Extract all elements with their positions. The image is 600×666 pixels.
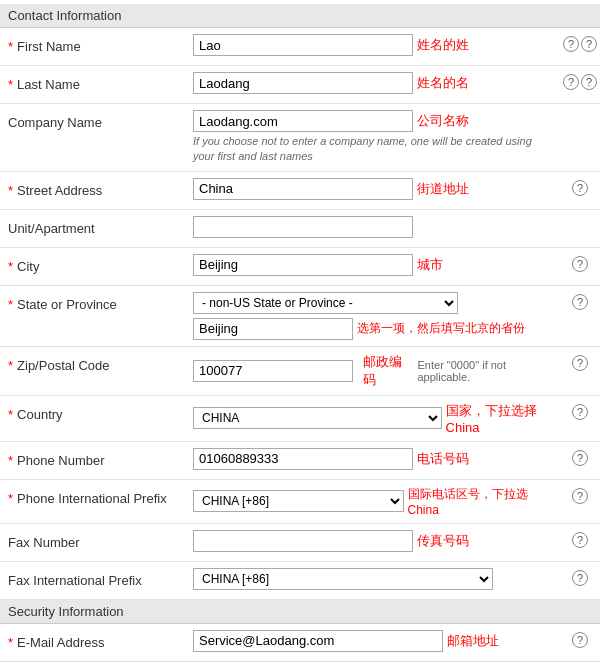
fax-row: Fax Number 传真号码 ?: [0, 524, 600, 562]
street-address-label: Street Address: [17, 183, 102, 198]
street-help-icon[interactable]: ?: [572, 180, 588, 196]
street-address-annotation: 街道地址: [417, 180, 469, 198]
first-name-input[interactable]: [193, 34, 413, 56]
phone-prefix-row: * Phone International Prefix CHINA [+86]…: [0, 480, 600, 524]
first-name-required: *: [8, 39, 13, 54]
first-name-input-cell: 姓名的姓: [185, 28, 560, 62]
email-label-cell: * E-Mail Address: [0, 624, 185, 658]
security-section-header: Security Information: [0, 600, 600, 624]
city-row: * City 城市 ?: [0, 248, 600, 286]
company-name-input[interactable]: [193, 110, 413, 132]
unit-input-cell: [185, 210, 560, 244]
phone-prefix-select[interactable]: CHINA [+86]: [193, 490, 404, 512]
phone-required: *: [8, 453, 13, 468]
phone-prefix-annotation: 国际电话区号，下拉选China: [408, 486, 553, 517]
phone-label: Phone Number: [17, 453, 104, 468]
fax-label-cell: Fax Number: [0, 524, 185, 558]
email-label: E-Mail Address: [17, 635, 104, 650]
last-name-help-icon[interactable]: ?: [563, 74, 579, 90]
fax-prefix-help-cell: ?: [560, 562, 600, 586]
phone-prefix-input-cell: CHINA [+86] 国际电话区号，下拉选China: [185, 480, 560, 523]
city-annotation: 城市: [417, 256, 443, 274]
fax-prefix-label-cell: Fax International Prefix: [0, 562, 185, 596]
unit-label-cell: Unit/Apartment: [0, 210, 185, 244]
state-required: *: [8, 297, 13, 312]
last-name-annotation: 姓名的名: [417, 74, 469, 92]
country-required: *: [8, 407, 13, 422]
form-container: Contact Information * First Name 姓名的姓 ? …: [0, 0, 600, 666]
city-label: City: [17, 259, 39, 274]
street-address-input-cell: 街道地址: [185, 172, 560, 206]
last-name-required: *: [8, 77, 13, 92]
country-label-cell: * Country: [0, 396, 185, 430]
state-label-cell: * State or Province: [0, 286, 185, 320]
last-name-label-cell: * Last Name: [0, 66, 185, 100]
phone-prefix-label-cell: * Phone International Prefix: [0, 480, 185, 514]
email-input-cell: 邮箱地址: [185, 624, 560, 658]
first-name-info-icon[interactable]: ?: [581, 36, 597, 52]
country-label: Country: [17, 407, 63, 422]
city-input[interactable]: [193, 254, 413, 276]
first-name-help-icon[interactable]: ?: [563, 36, 579, 52]
contact-section-title: Contact Information: [8, 8, 121, 23]
unit-label: Unit/Apartment: [8, 221, 95, 236]
contact-section-header: Contact Information: [0, 4, 600, 28]
phone-label-cell: * Phone Number: [0, 442, 185, 476]
country-select[interactable]: CHINA: [193, 407, 442, 429]
company-name-input-cell: 公司名称 If you choose not to enter a compan…: [185, 104, 560, 171]
street-required: *: [8, 183, 13, 198]
fax-annotation: 传真号码: [417, 532, 469, 550]
first-name-annotation: 姓名的姓: [417, 36, 469, 54]
phone-input[interactable]: [193, 448, 413, 470]
email-input[interactable]: [193, 630, 443, 652]
zip-input[interactable]: [193, 360, 353, 382]
state-input-cell: - non-US State or Province - 选第一项，然后填写北京…: [185, 286, 560, 346]
zip-help-icon[interactable]: ?: [572, 355, 588, 371]
unit-help-cell: [560, 210, 600, 218]
fax-help-cell: ?: [560, 524, 600, 548]
last-name-input[interactable]: [193, 72, 413, 94]
zip-hint: Enter "0000" if not applicable.: [418, 359, 553, 383]
company-name-label-cell: Company Name: [0, 104, 185, 138]
country-help-icon[interactable]: ?: [572, 404, 588, 420]
fax-help-icon[interactable]: ?: [572, 532, 588, 548]
state-text-input[interactable]: [193, 318, 353, 340]
zip-label-cell: * Zip/Postal Code: [0, 347, 185, 381]
street-address-input[interactable]: [193, 178, 413, 200]
fax-prefix-help-icon[interactable]: ?: [572, 570, 588, 586]
first-name-help-cell: ? ?: [560, 28, 600, 52]
company-name-row: Company Name 公司名称 If you choose not to e…: [0, 104, 600, 172]
fax-input[interactable]: [193, 530, 413, 552]
state-help-icon[interactable]: ?: [572, 294, 588, 310]
state-help-cell: ?: [560, 286, 600, 310]
phone-prefix-help-cell: ?: [560, 480, 600, 504]
street-address-help-cell: ?: [560, 172, 600, 196]
phone-annotation: 电话号码: [417, 450, 469, 468]
zip-input-cell: 邮政编码 Enter "0000" if not applicable.: [185, 347, 560, 395]
company-name-label: Company Name: [8, 115, 102, 130]
last-name-info-icon[interactable]: ?: [581, 74, 597, 90]
street-address-row: * Street Address 街道地址 ?: [0, 172, 600, 210]
first-name-label-cell: * First Name: [0, 28, 185, 62]
phone-prefix-label: Phone International Prefix: [17, 491, 167, 506]
country-input-cell: CHINA 国家，下拉选择China: [185, 396, 560, 441]
country-annotation: 国家，下拉选择China: [446, 402, 552, 435]
country-help-cell: ?: [560, 396, 600, 420]
unit-apartment-input[interactable]: [193, 216, 413, 238]
state-province-row: * State or Province - non-US State or Pr…: [0, 286, 600, 347]
unit-apartment-row: Unit/Apartment: [0, 210, 600, 248]
state-select[interactable]: - non-US State or Province -: [193, 292, 458, 314]
fax-prefix-row: Fax International Prefix CHINA [+86] ?: [0, 562, 600, 600]
fax-prefix-input-cell: CHINA [+86]: [185, 562, 560, 596]
phone-help-icon[interactable]: ?: [572, 450, 588, 466]
phone-prefix-required: *: [8, 491, 13, 506]
zip-help-cell: ?: [560, 347, 600, 371]
email-help-icon[interactable]: ?: [572, 632, 588, 648]
fax-prefix-select[interactable]: CHINA [+86]: [193, 568, 493, 590]
city-help-icon[interactable]: ?: [572, 256, 588, 272]
last-name-help-cell: ? ?: [560, 66, 600, 90]
city-help-cell: ?: [560, 248, 600, 272]
phone-input-cell: 电话号码: [185, 442, 560, 476]
phone-prefix-help-icon[interactable]: ?: [572, 488, 588, 504]
first-name-label: First Name: [17, 39, 81, 54]
